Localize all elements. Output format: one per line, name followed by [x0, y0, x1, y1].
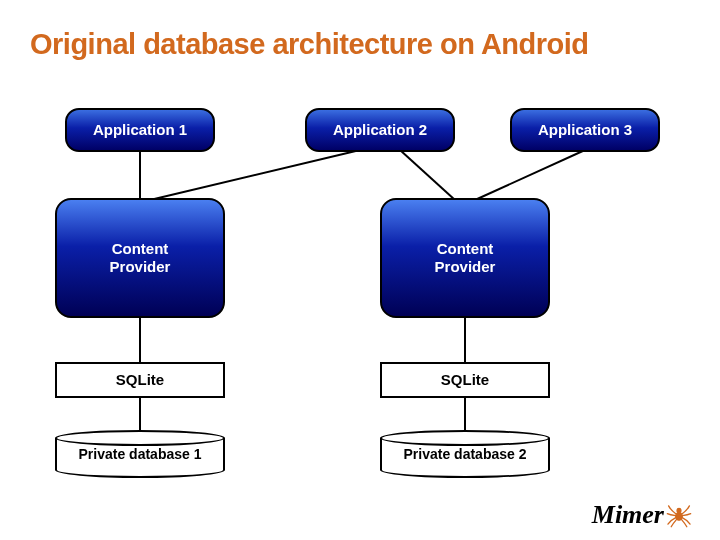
sqlite-2-box: SQLite — [380, 362, 550, 398]
svg-line-2 — [400, 150, 455, 200]
application-2-box: Application 2 — [305, 108, 455, 152]
content-provider-1-box: Content Provider — [55, 198, 225, 318]
spider-icon — [666, 502, 692, 528]
private-db-2-cylinder: Private database 2 — [380, 430, 550, 478]
diagram-stage: Original database architecture on Androi… — [0, 0, 720, 540]
application-3-box: Application 3 — [510, 108, 660, 152]
private-db-2-label: Private database 2 — [404, 446, 527, 462]
private-db-1-cylinder: Private database 1 — [55, 430, 225, 478]
mimer-logo: Mimer — [592, 500, 692, 530]
private-db-1-label: Private database 1 — [79, 446, 202, 462]
svg-line-1 — [150, 150, 360, 200]
svg-line-3 — [475, 150, 585, 200]
svg-point-9 — [677, 509, 681, 513]
logo-text: Mimer — [592, 500, 664, 530]
sqlite-1-box: SQLite — [55, 362, 225, 398]
content-provider-2-box: Content Provider — [380, 198, 550, 318]
slide-title: Original database architecture on Androi… — [30, 28, 589, 61]
application-1-box: Application 1 — [65, 108, 215, 152]
